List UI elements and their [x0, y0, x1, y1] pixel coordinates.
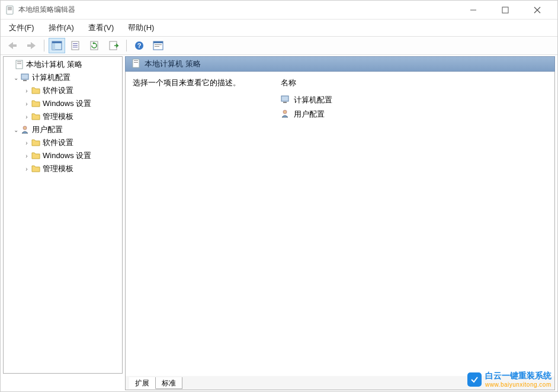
watermark-text: 白云一键重装系统: [485, 371, 551, 381]
tree-admin-templates[interactable]: › 管理模板: [4, 110, 122, 123]
toolbar-separator: [44, 40, 44, 52]
close-button[interactable]: [527, 3, 548, 17]
chevron-down-icon[interactable]: ⌄: [12, 127, 20, 133]
computer-icon: [281, 95, 290, 106]
tab-standard[interactable]: 标准: [156, 377, 182, 389]
svg-rect-24: [155, 46, 159, 47]
column-header-name[interactable]: 名称: [281, 78, 547, 88]
policy-icon: [14, 60, 25, 69]
export-button[interactable]: [105, 38, 122, 53]
tree-label: 管理模板: [41, 163, 73, 174]
svg-rect-5: [502, 7, 508, 13]
svg-rect-3: [8, 9, 12, 10]
window-controls: [463, 3, 553, 17]
tree-user-admin-templates[interactable]: › 管理模板: [4, 162, 122, 175]
toolbar: ?: [1, 36, 557, 55]
watermark: 白云一键重装系统 www.baiyunxitong.com: [467, 371, 551, 388]
chevron-down-icon[interactable]: ⌄: [12, 75, 20, 81]
show-tree-button[interactable]: [49, 38, 65, 53]
menu-help[interactable]: 帮助(H): [124, 20, 158, 36]
app-icon: [5, 5, 15, 15]
tree-label: Windows 设置: [41, 150, 91, 161]
tree-user-windows-settings[interactable]: › Windows 设置: [4, 149, 122, 162]
tree-label: 本地计算机 策略: [25, 59, 82, 70]
svg-rect-15: [73, 45, 78, 46]
back-button[interactable]: [4, 38, 21, 53]
svg-rect-16: [73, 47, 78, 47]
tree-user-software-settings[interactable]: › 软件设置: [4, 136, 122, 149]
svg-rect-2: [8, 8, 12, 9]
main-content: 本地计算机 策略 ⌄ 计算机配置 › 软件设置 › Windows 设置 › 管…: [1, 55, 557, 391]
chevron-right-icon[interactable]: ›: [23, 101, 31, 107]
hint-text: 选择一个项目来查看它的描述。: [133, 78, 240, 87]
tree-label: 管理模板: [41, 111, 73, 122]
detail-body: 选择一个项目来查看它的描述。 名称 计算机配置 用户配置: [125, 72, 555, 376]
list-item-label: 计算机配置: [294, 95, 332, 105]
menubar: 文件(F) 操作(A) 查看(V) 帮助(H): [1, 20, 557, 36]
tree-computer-config[interactable]: ⌄ 计算机配置: [4, 71, 122, 84]
detail-title: 本地计算机 策略: [145, 59, 201, 69]
tree-software-settings[interactable]: › 软件设置: [4, 84, 122, 97]
svg-point-36: [283, 110, 287, 114]
chevron-right-icon[interactable]: ›: [23, 166, 31, 172]
tree-panel[interactable]: 本地计算机 策略 ⌄ 计算机配置 › 软件设置 › Windows 设置 › 管…: [3, 56, 123, 374]
tree-user-config[interactable]: ⌄ 用户配置: [4, 123, 122, 136]
tree-label: 计算机配置: [31, 72, 70, 83]
menu-action[interactable]: 操作(A): [45, 20, 78, 36]
folder-icon: [31, 113, 41, 121]
list-item-label: 用户配置: [294, 109, 325, 120]
policy-icon: [132, 59, 141, 70]
svg-rect-1: [8, 7, 12, 8]
minimize-button[interactable]: [463, 3, 484, 17]
svg-rect-14: [73, 43, 78, 44]
svg-rect-8: [12, 44, 17, 47]
menu-file[interactable]: 文件(F): [5, 20, 38, 36]
detail-list: 名称 计算机配置 用户配置: [274, 72, 554, 376]
detail-description: 选择一个项目来查看它的描述。: [126, 72, 274, 376]
detail-panel: 本地计算机 策略 选择一个项目来查看它的描述。 名称 计算机配置 用户配置 扩展…: [125, 56, 555, 390]
list-item-user-config[interactable]: 用户配置: [281, 107, 547, 121]
properties-button[interactable]: [68, 38, 84, 53]
watermark-logo-icon: [467, 372, 482, 387]
chevron-right-icon[interactable]: ›: [23, 114, 31, 120]
computer-icon: [20, 73, 31, 82]
svg-rect-26: [17, 62, 21, 62]
svg-rect-12: [52, 41, 62, 43]
tree-label: Windows 设置: [41, 98, 91, 109]
toolbar-separator: [126, 40, 127, 52]
folder-icon: [31, 152, 41, 160]
maximize-button[interactable]: [495, 3, 516, 17]
svg-rect-33: [134, 62, 138, 63]
refresh-button[interactable]: [86, 38, 103, 53]
menu-view[interactable]: 查看(V): [85, 20, 117, 36]
tree-label: 用户配置: [31, 124, 63, 135]
tree-root[interactable]: 本地计算机 策略: [4, 58, 122, 71]
folder-icon: [31, 86, 41, 95]
folder-icon: [31, 165, 41, 173]
folder-icon: [31, 139, 41, 147]
window-title: 本地组策略编辑器: [18, 5, 463, 15]
titlebar: 本地组策略编辑器: [1, 1, 557, 20]
tab-extended[interactable]: 扩展: [129, 377, 156, 389]
list-item-computer-config[interactable]: 计算机配置: [281, 93, 547, 107]
svg-rect-32: [134, 60, 138, 61]
forward-button[interactable]: [23, 38, 40, 53]
svg-rect-27: [17, 63, 21, 64]
svg-rect-9: [27, 44, 32, 47]
tree: 本地计算机 策略 ⌄ 计算机配置 › 软件设置 › Windows 设置 › 管…: [4, 57, 122, 176]
chevron-right-icon[interactable]: ›: [23, 153, 31, 159]
svg-rect-22: [153, 41, 163, 43]
help-button[interactable]: ?: [131, 38, 147, 53]
svg-rect-29: [23, 80, 27, 81]
watermark-url: www.baiyunxitong.com: [485, 381, 551, 388]
svg-rect-23: [155, 44, 162, 45]
tree-windows-settings[interactable]: › Windows 设置: [4, 97, 122, 110]
chevron-right-icon[interactable]: ›: [23, 140, 31, 146]
chevron-right-icon[interactable]: ›: [23, 88, 31, 94]
detail-header: 本地计算机 策略: [125, 56, 555, 72]
svg-rect-35: [283, 102, 287, 103]
svg-rect-28: [21, 74, 28, 79]
tree-label: 软件设置: [41, 85, 73, 96]
filter-button[interactable]: [150, 38, 166, 53]
svg-text:?: ?: [137, 42, 142, 49]
